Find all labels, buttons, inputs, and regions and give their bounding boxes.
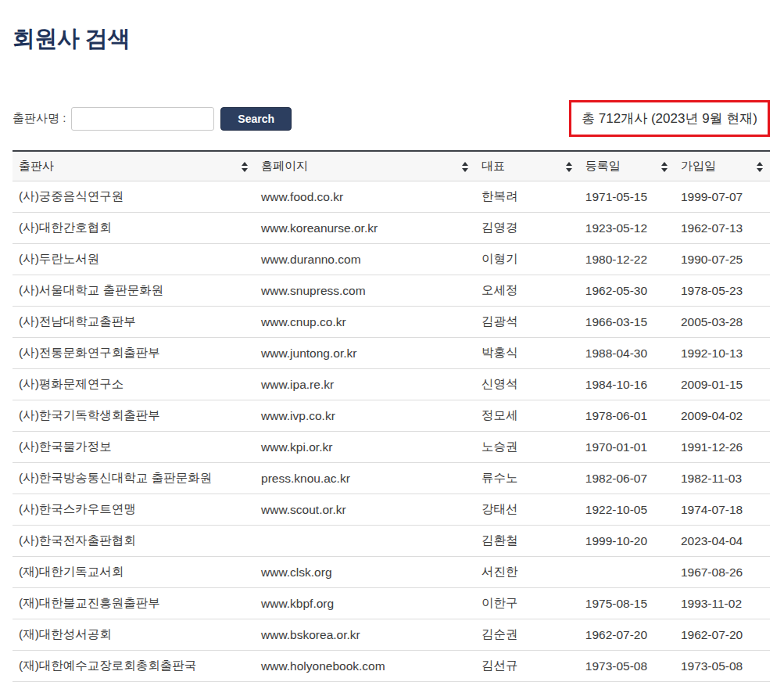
cell-homepage[interactable]: www.koreanurse.or.kr	[255, 213, 475, 244]
cell-join-date: 1991-12-26	[675, 432, 770, 463]
search-input[interactable]	[71, 107, 214, 131]
cell-publisher: (재)대한불교진흥원출판부	[13, 588, 255, 619]
column-header-reg-date[interactable]: 등록일	[579, 151, 675, 181]
cell-publisher: (사)한국방송통신대학교 출판문화원	[13, 463, 255, 494]
cell-homepage[interactable]: www.duranno.com	[255, 244, 475, 275]
search-label: 출판사명 :	[13, 111, 66, 126]
cell-join-date: 1999-07-07	[675, 181, 770, 213]
cell-ceo: 김환철	[475, 526, 579, 557]
cell-join-date: 2005-03-28	[675, 307, 770, 338]
cell-homepage[interactable]: www.ivp.co.kr	[255, 400, 475, 432]
column-header-homepage[interactable]: 홈페이지	[255, 151, 475, 181]
cell-join-date: 1990-07-25	[675, 244, 770, 275]
cell-reg-date: 1982-06-07	[579, 463, 675, 494]
cell-reg-date: 1966-03-15	[579, 307, 675, 338]
column-header-ceo[interactable]: 대표	[475, 151, 579, 181]
cell-homepage[interactable]: www.bskorea.or.kr	[255, 619, 475, 651]
cell-homepage[interactable]: www.clsk.org	[255, 557, 475, 588]
sort-icon[interactable]	[757, 162, 763, 172]
cell-join-date: 2023-04-04	[675, 526, 770, 557]
column-header-label: 대표	[481, 159, 505, 172]
search-button[interactable]: Search	[220, 107, 292, 131]
cell-publisher: (사)두란노서원	[13, 244, 255, 275]
cell-ceo: 김선규	[475, 651, 579, 682]
cell-reg-date: 1973-05-08	[579, 651, 675, 682]
cell-join-date: 1982-11-03	[675, 463, 770, 494]
cell-homepage[interactable]: www.food.co.kr	[255, 181, 475, 213]
cell-publisher: (사)한국기독학생회출판부	[13, 400, 255, 432]
column-header-label: 홈페이지	[261, 159, 308, 172]
column-header-join-date[interactable]: 가입일	[675, 151, 770, 181]
table-row: (사)한국기독학생회출판부www.ivp.co.kr정모세1978-06-012…	[13, 400, 770, 432]
cell-homepage[interactable]: www.kbpf.org	[255, 588, 475, 619]
cell-ceo: 김순권	[475, 619, 579, 651]
sort-icon[interactable]	[462, 162, 468, 172]
cell-homepage	[255, 526, 475, 557]
cell-ceo: 김영경	[475, 213, 579, 244]
table-row: (사)한국물가정보www.kpi.or.kr노승권1970-01-011991-…	[13, 432, 770, 463]
column-header-label: 가입일	[681, 159, 716, 172]
cell-reg-date: 1980-12-22	[579, 244, 675, 275]
cell-join-date: 1974-07-18	[675, 494, 770, 526]
table-row: (사)전통문화연구회출판부www.juntong.or.kr박홍식1988-04…	[13, 338, 770, 369]
table-row: (사)전남대학교출판부www.cnup.co.kr김광석1966-03-1520…	[13, 307, 770, 338]
table-row: (사)한국스카우트연맹www.scout.or.kr강태선1922-10-051…	[13, 494, 770, 526]
column-header-label: 출판사	[19, 159, 54, 172]
cell-publisher: (사)대한간호협회	[13, 213, 255, 244]
cell-publisher: (사)전남대학교출판부	[13, 307, 255, 338]
cell-homepage[interactable]: www.cnup.co.kr	[255, 307, 475, 338]
table-row: (재)대한예수교장로회총회출판국www.holyonebook.com김선규19…	[13, 651, 770, 682]
cell-publisher: (사)한국물가정보	[13, 432, 255, 463]
cell-join-date: 2009-01-15	[675, 369, 770, 400]
cell-join-date: 1973-05-08	[675, 651, 770, 682]
cell-join-date: 2009-04-02	[675, 400, 770, 432]
cell-homepage[interactable]: press.knou.ac.kr	[255, 463, 475, 494]
cell-reg-date: 1962-05-30	[579, 275, 675, 307]
sort-icon[interactable]	[242, 162, 248, 172]
cell-publisher: (사)평화문제연구소	[13, 369, 255, 400]
cell-publisher: (사)한국전자출판협회	[13, 526, 255, 557]
cell-ceo: 박홍식	[475, 338, 579, 369]
table-row: (사)서울대학교 출판문화원www.snupress.com오세정1962-05…	[13, 275, 770, 307]
column-header-publisher[interactable]: 출판사	[13, 151, 255, 181]
table-row: (사)평화문제연구소www.ipa.re.kr신영석1984-10-162009…	[13, 369, 770, 400]
cell-ceo: 김광석	[475, 307, 579, 338]
cell-reg-date: 1984-10-16	[579, 369, 675, 400]
total-count-box: 총 712개사 (2023년 9월 현재)	[569, 100, 770, 137]
cell-homepage[interactable]: www.holyonebook.com	[255, 651, 475, 682]
cell-ceo: 서진한	[475, 557, 579, 588]
table-row: (사)궁중음식연구원www.food.co.kr한복려1971-05-15199…	[13, 181, 770, 213]
cell-join-date: 1993-11-02	[675, 588, 770, 619]
cell-publisher: (사)한국스카우트연맹	[13, 494, 255, 526]
cell-reg-date: 1923-05-12	[579, 213, 675, 244]
cell-homepage[interactable]: www.scout.or.kr	[255, 494, 475, 526]
cell-ceo: 오세정	[475, 275, 579, 307]
cell-join-date: 1962-07-20	[675, 619, 770, 651]
cell-reg-date: 1970-01-01	[579, 432, 675, 463]
cell-homepage[interactable]: www.juntong.or.kr	[255, 338, 475, 369]
cell-join-date: 1978-05-23	[675, 275, 770, 307]
cell-homepage[interactable]: www.kpi.or.kr	[255, 432, 475, 463]
cell-publisher: (재)대한예수교장로회총회출판국	[13, 651, 255, 682]
table-row: (재)대한기독교서회www.clsk.org서진한1967-08-26	[13, 557, 770, 588]
cell-ceo: 강태선	[475, 494, 579, 526]
cell-ceo: 류수노	[475, 463, 579, 494]
cell-reg-date: 1971-05-15	[579, 181, 675, 213]
table-row: (사)한국전자출판협회김환철1999-10-202023-04-04	[13, 526, 770, 557]
column-header-label: 등록일	[585, 159, 621, 172]
cell-publisher: (사)전통문화연구회출판부	[13, 338, 255, 369]
cell-homepage[interactable]: www.snupress.com	[255, 275, 475, 307]
table-row: (사)한국방송통신대학교 출판문화원press.knou.ac.kr류수노198…	[13, 463, 770, 494]
cell-join-date: 1967-08-26	[675, 557, 770, 588]
sort-icon[interactable]	[566, 162, 572, 172]
table-row: (사)두란노서원www.duranno.com이형기1980-12-221990…	[13, 244, 770, 275]
cell-publisher: (재)대한기독교서회	[13, 557, 255, 588]
sort-icon[interactable]	[661, 162, 668, 172]
cell-reg-date: 1999-10-20	[579, 526, 675, 557]
cell-homepage[interactable]: www.ipa.re.kr	[255, 369, 475, 400]
members-table: 출판사 홈페이지 대표 등록일 가입일	[13, 150, 770, 682]
search-group: 출판사명 : Search	[13, 107, 292, 131]
cell-publisher: (사)서울대학교 출판문화원	[13, 275, 255, 307]
table-body: (사)궁중음식연구원www.food.co.kr한복려1971-05-15199…	[13, 181, 770, 682]
cell-ceo: 노승권	[475, 432, 579, 463]
